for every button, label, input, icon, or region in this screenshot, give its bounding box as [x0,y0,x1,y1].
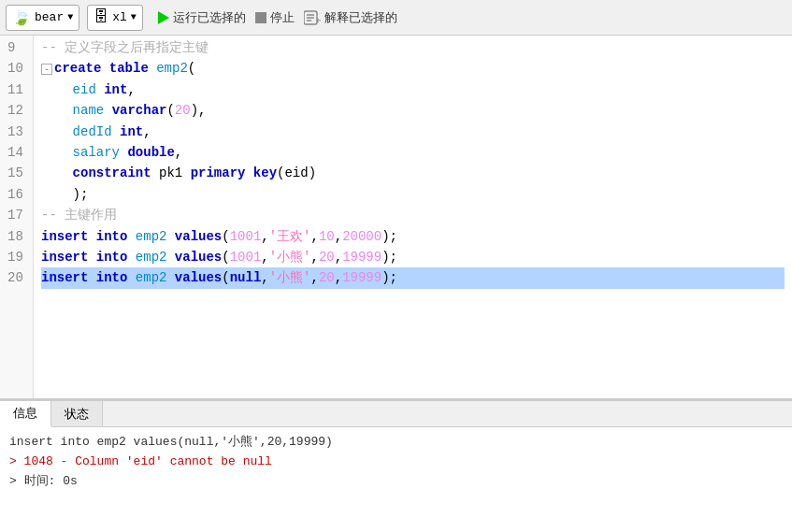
code-line-17: -- 主键作用 [41,205,785,225]
code-line-15: constraint pk1 primary key(eid) [41,163,785,183]
code-line-13: dedId int, [41,122,785,142]
db-icon: 🍃 [12,8,31,27]
code-line-12: name varchar(20), [41,100,785,121]
stop-label: 停止 [270,9,295,26]
tab-bar: 信息 状态 [0,401,792,427]
toolbar-actions: 运行已选择的 停止 ↩ 解释已选择的 [158,9,397,26]
code-line-14: salary double, [41,142,785,163]
code-line-18: insert into emp2 values(1001,'王欢',10,200… [41,226,785,247]
run-label: 运行已选择的 [173,9,246,26]
schema-chevron-icon: ▼ [131,12,137,22]
output-area: insert into emp2 values(null,'小熊',20,199… [0,427,792,532]
svg-text:↩: ↩ [316,15,321,25]
code-line-19: insert into emp2 values(1001,'小熊',20,199… [41,247,785,267]
bottom-panel: 信息 状态 insert into emp2 values(null,'小熊',… [0,400,792,532]
db-name: bear [35,10,64,24]
tab-info[interactable]: 信息 [0,401,51,427]
schema-dropdown[interactable]: 🗄 xl ▼ [87,5,143,31]
toolbar: 🍃 bear ▼ 🗄 xl ▼ 运行已选择的 停止 ↩ [0,0,792,36]
stop-icon [255,12,266,23]
db-chevron-icon: ▼ [67,12,73,22]
output-line-1: insert into emp2 values(null,'小熊',20,199… [9,433,783,453]
code-line-9: -- 定义字段之后再指定主键 [41,37,785,58]
stop-button[interactable]: 停止 [255,9,295,26]
explain-icon: ↩ [304,10,321,25]
code-editor[interactable]: 9 10 11 12 13 14 15 16 17 18 19 20 -- 定义… [0,36,792,400]
run-button[interactable]: 运行已选择的 [158,9,246,26]
output-line-2: > 1048 - Column 'eid' cannot be null [9,453,783,472]
tab-status[interactable]: 状态 [51,401,103,426]
schema-name: xl [112,10,127,24]
line-numbers: 9 10 11 12 13 14 15 16 17 18 19 20 [0,36,34,398]
code-line-16: ); [41,184,785,205]
code-line-20: insert into emp2 values(null,'小熊',20,199… [41,267,785,288]
output-line-3: > 时间: 0s [9,472,783,492]
play-icon [158,11,169,24]
code-area[interactable]: -- 定义字段之后再指定主键 -create table emp2( eid i… [34,36,792,398]
explain-label: 解释已选择的 [324,9,397,26]
collapse-icon[interactable]: - [41,64,52,75]
code-line-10: -create table emp2( [41,58,785,79]
db-dropdown[interactable]: 🍃 bear ▼ [6,5,79,31]
schema-icon: 🗄 [94,8,108,26]
explain-button[interactable]: ↩ 解释已选择的 [304,9,397,26]
code-line-11: eid int, [41,79,785,100]
